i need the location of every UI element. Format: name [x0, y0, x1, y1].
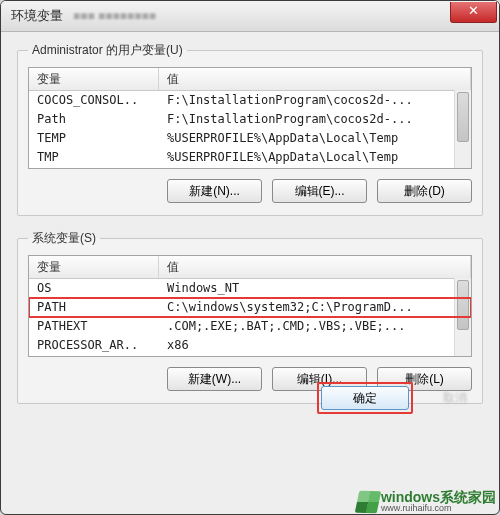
system-vars-scrollbar[interactable] [454, 278, 471, 356]
user-header-name[interactable]: 变量 [29, 68, 159, 90]
system-new-button[interactable]: 新建(W)... [167, 367, 262, 391]
table-row[interactable]: OS Windows_NT [29, 279, 471, 298]
user-vars-buttons: 新建(N)... 编辑(E)... 删除(D) [28, 179, 472, 203]
user-new-button[interactable]: 新建(N)... [167, 179, 262, 203]
var-name-cell: OS [29, 279, 159, 298]
env-vars-window: 环境变量 ■■■ ■■■■■■■■ ✕ Administrator 的用户变量(… [0, 0, 500, 515]
var-value-cell: %USERPROFILE%\AppData\Local\Temp [159, 148, 471, 167]
window-body: Administrator 的用户变量(U) 变量 值 COCOS_CONSOL… [1, 32, 499, 428]
var-name-cell: TEMP [29, 129, 159, 148]
var-name-cell: PATH [29, 298, 159, 317]
user-vars-table[interactable]: 变量 值 COCOS_CONSOL.. F:\InstallationProgr… [28, 67, 472, 169]
close-button[interactable]: ✕ [450, 2, 497, 23]
var-value-cell: F:\InstallationProgram\cocos2d-... [159, 91, 471, 110]
bottom-bar: 确定 取消 [317, 382, 485, 414]
ok-button[interactable]: 确定 [321, 386, 409, 410]
system-vars-legend: 系统变量(S) [28, 230, 100, 247]
var-name-cell: PROCESSOR_AR.. [29, 336, 159, 355]
system-header-name[interactable]: 变量 [29, 256, 159, 278]
user-vars-body: COCOS_CONSOL.. F:\InstallationProgram\co… [29, 91, 471, 167]
scroll-thumb[interactable] [457, 92, 469, 142]
cancel-button-blurred[interactable]: 取消 [425, 386, 485, 410]
table-row[interactable]: PATHEXT .COM;.EXE;.BAT;.CMD;.VBS;.VBE;..… [29, 317, 471, 336]
system-header-value[interactable]: 值 [159, 256, 471, 278]
var-name-cell: PATHEXT [29, 317, 159, 336]
var-name-cell: Path [29, 110, 159, 129]
var-value-cell: F:\InstallationProgram\cocos2d-... [159, 110, 471, 129]
var-name-cell: COCOS_CONSOL.. [29, 91, 159, 110]
table-header: 变量 值 [29, 68, 471, 91]
close-icon: ✕ [468, 3, 479, 18]
var-value-cell: Windows_NT [159, 279, 471, 298]
system-vars-group: 系统变量(S) 变量 值 OS Windows_NT PATH C:\windo… [17, 230, 483, 404]
table-header: 变量 值 [29, 256, 471, 279]
var-value-cell: .COM;.EXE;.BAT;.CMD;.VBS;.VBE;... [159, 317, 471, 336]
titlebar-blur: ■■■ ■■■■■■■■ [73, 9, 156, 23]
user-vars-scrollbar[interactable] [454, 90, 471, 168]
window-title: 环境变量 [11, 7, 63, 25]
user-header-value[interactable]: 值 [159, 68, 471, 90]
table-row[interactable]: Path F:\InstallationProgram\cocos2d-... [29, 110, 471, 129]
titlebar[interactable]: 环境变量 ■■■ ■■■■■■■■ ✕ [1, 1, 499, 32]
table-row[interactable]: TMP %USERPROFILE%\AppData\Local\Temp [29, 148, 471, 167]
user-vars-group: Administrator 的用户变量(U) 变量 值 COCOS_CONSOL… [17, 42, 483, 216]
var-name-cell: TMP [29, 148, 159, 167]
system-vars-body: OS Windows_NT PATH C:\windows\system32;C… [29, 279, 471, 355]
var-value-cell: C:\windows\system32;C:\ProgramD... [159, 298, 471, 317]
user-vars-legend: Administrator 的用户变量(U) [28, 42, 187, 59]
system-vars-table[interactable]: 变量 值 OS Windows_NT PATH C:\windows\syste… [28, 255, 472, 357]
table-row[interactable]: COCOS_CONSOL.. F:\InstallationProgram\co… [29, 91, 471, 110]
user-edit-button[interactable]: 编辑(E)... [272, 179, 367, 203]
ok-highlight-box: 确定 [317, 382, 413, 414]
var-value-cell: %USERPROFILE%\AppData\Local\Temp [159, 129, 471, 148]
table-row[interactable]: TEMP %USERPROFILE%\AppData\Local\Temp [29, 129, 471, 148]
table-row[interactable]: PROCESSOR_AR.. x86 [29, 336, 471, 355]
user-delete-button[interactable]: 删除(D) [377, 179, 472, 203]
var-value-cell: x86 [159, 336, 471, 355]
table-row-path[interactable]: PATH C:\windows\system32;C:\ProgramD... [29, 298, 471, 317]
